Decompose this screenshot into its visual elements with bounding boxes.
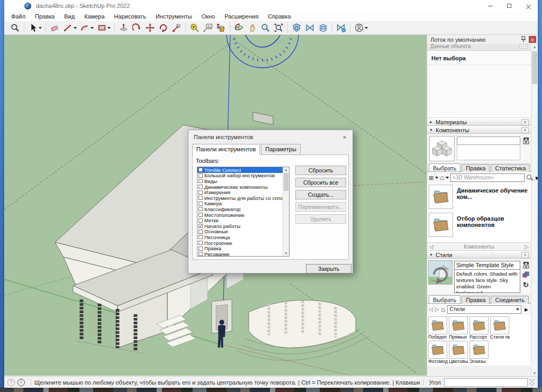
toolbar-list-item[interactable]: Trimble Connect [197, 167, 289, 173]
details-arrow-icon[interactable]: ► [535, 175, 538, 181]
rotate-icon[interactable] [157, 22, 170, 34]
menu-window[interactable]: Окно [197, 12, 220, 21]
styles-section-header[interactable]: ▼ Стили x [427, 251, 531, 259]
materials-collapsed-icon[interactable]: ► [429, 120, 436, 124]
nav-forward-icon[interactable]: ▷ [525, 244, 529, 250]
toolbar-list-item[interactable]: ✓Начало работы [197, 223, 289, 229]
checkbox[interactable] [198, 185, 203, 189]
text-label-icon[interactable]: A1 [201, 22, 214, 34]
tab-styles-mix[interactable]: Соединить [491, 296, 529, 304]
view-options-icon[interactable]: ⊞ [429, 175, 433, 180]
components-expanded-icon[interactable]: ▼ [429, 128, 436, 132]
toolbar-list-item[interactable]: Инструменты для работы со сплошн [197, 195, 289, 201]
zoom-window-icon[interactable] [8, 22, 22, 34]
account-icon[interactable] [353, 22, 366, 34]
scroll-down-icon[interactable]: ▼ [531, 371, 538, 375]
nav-back-icon[interactable]: ◁ [429, 306, 433, 312]
toolbar-list-item[interactable]: Измерения [197, 189, 289, 195]
refresh-style-icon[interactable]: ↻ [523, 281, 529, 289]
zoom-extents-icon[interactable] [272, 22, 285, 34]
list-item[interactable]: Динамическое обучение ком... [429, 185, 529, 209]
list-item[interactable]: Отбор образцов компонентов [429, 213, 529, 237]
tab-toolbars[interactable]: Панели инструментов [192, 144, 260, 155]
rectangle-dropdown-chevron[interactable] [107, 27, 111, 29]
line-tool-icon[interactable] [61, 22, 75, 34]
zoom-icon[interactable] [259, 22, 272, 34]
checkbox[interactable] [198, 247, 203, 251]
tab-styles-select[interactable]: Выбрать [429, 295, 460, 303]
toolbar-list-item[interactable]: Классификатор [197, 206, 289, 212]
secondary-pane-icon[interactable] [523, 261, 529, 269]
home-chevron[interactable] [446, 177, 449, 179]
scroll-up-icon[interactable]: ▲ [531, 45, 538, 49]
checkbox[interactable] [198, 241, 203, 245]
rectangle-tool-icon[interactable] [95, 22, 109, 34]
select-tool-icon[interactable] [26, 22, 40, 34]
new-button[interactable]: Создать... [295, 190, 346, 199]
style-name-field[interactable]: Simple Template Style [454, 261, 520, 270]
display-section-planes-icon[interactable] [303, 22, 317, 34]
components-section-header[interactable]: ▼ Компоненты x [427, 126, 531, 134]
tray-scrollbar[interactable]: ▲ ▼ [531, 44, 538, 376]
search-icon[interactable] [526, 174, 533, 181]
secondary-pane-icon[interactable] [523, 137, 529, 144]
menu-edit[interactable]: Правка [30, 12, 59, 21]
checkbox[interactable]: ✓ [198, 224, 203, 228]
styles-close-icon[interactable]: x [521, 252, 529, 258]
checkbox[interactable] [198, 235, 203, 239]
pan-icon[interactable] [246, 22, 259, 34]
styles-expanded-icon[interactable]: ▼ [429, 253, 436, 257]
close-button[interactable] [519, 0, 538, 12]
tab-components-statistics[interactable]: Статистика [491, 164, 530, 172]
scroll-down-icon[interactable]: ▼ [283, 252, 289, 255]
display-section-cuts-icon[interactable] [317, 22, 330, 34]
close-dialog-button[interactable]: Закрыть [306, 264, 351, 274]
entity-info-header[interactable]: Данные объекта ··· [427, 44, 531, 51]
view-options-chevron[interactable] [435, 177, 438, 179]
checkbox[interactable] [198, 252, 203, 256]
scale-icon[interactable] [170, 22, 183, 34]
display-section-fill-icon[interactable] [335, 22, 348, 34]
menu-view[interactable]: Вид [59, 12, 79, 21]
home-icon[interactable]: ⌂ [440, 175, 444, 181]
update-style-icon[interactable] [522, 271, 529, 278]
toolbar-list-item[interactable]: Основные [197, 229, 289, 235]
toolbar-list-item[interactable]: Песочница [197, 234, 289, 240]
tab-components-select[interactable]: Выбрать [429, 163, 460, 171]
home-icon[interactable]: ⌂ [441, 306, 445, 313]
toolbar-list-item[interactable]: Правка [197, 245, 289, 251]
checkbox[interactable] [198, 179, 203, 183]
reset-button[interactable]: Сбросить [295, 166, 346, 175]
menu-help[interactable]: Справка [263, 12, 295, 21]
scroll-up-icon[interactable]: ▲ [283, 168, 289, 171]
components-close-icon[interactable]: x [521, 127, 529, 133]
eraser-icon[interactable] [48, 22, 61, 34]
angle-input[interactable] [444, 378, 528, 387]
menu-draw[interactable]: Нарисовать [110, 12, 151, 21]
materials-section-header[interactable]: ► Материалы x [427, 118, 531, 126]
section-plane-icon[interactable] [290, 22, 303, 34]
checkbox[interactable] [198, 174, 203, 178]
checkbox[interactable] [198, 207, 203, 211]
info-circle-icon[interactable]: i [17, 379, 25, 386]
toolbar-list-item[interactable]: Рисование [197, 251, 289, 257]
dialog-close-icon[interactable]: × [337, 133, 353, 141]
toolbar-list-item[interactable]: Виды [197, 178, 289, 184]
list-item[interactable]: Стили пк [490, 316, 510, 340]
account-dropdown-chevron[interactable] [365, 27, 368, 29]
warehouse-search-input[interactable] [450, 174, 525, 182]
nav-back-icon[interactable]: ◁ [429, 244, 433, 250]
move-icon[interactable] [143, 22, 157, 34]
help-circle-icon[interactable]: ? [7, 379, 15, 386]
select-dropdown-chevron[interactable] [39, 27, 42, 29]
reset-all-button[interactable]: Сбросить все [295, 178, 346, 187]
tab-styles-edit[interactable]: Правка [462, 296, 490, 304]
menu-camera[interactable]: Камера [79, 12, 109, 21]
style-description-field[interactable]: Default colors. Shaded with textures fac… [454, 270, 520, 293]
styles-collection-dropdown[interactable]: Стили [447, 305, 521, 314]
pin-icon[interactable] [520, 36, 527, 43]
toolbar-list-item[interactable]: Динамические компоненты [197, 184, 289, 190]
menu-tools[interactable]: Инструменты [151, 12, 197, 21]
tray-scroll-thumb[interactable] [532, 51, 537, 84]
list-item[interactable]: Победит [428, 316, 448, 340]
